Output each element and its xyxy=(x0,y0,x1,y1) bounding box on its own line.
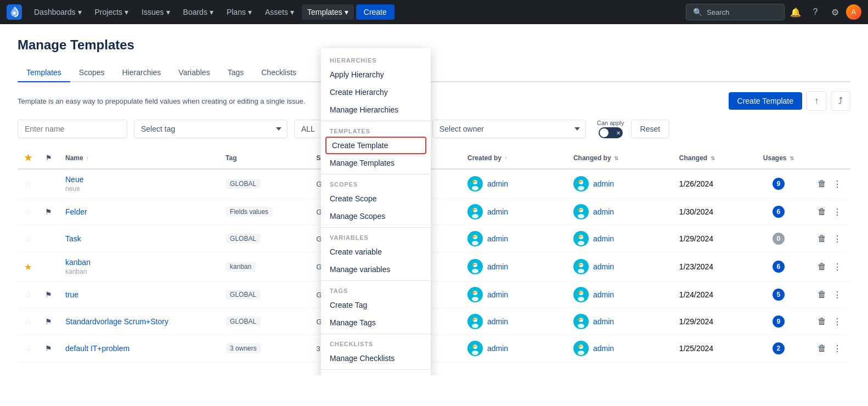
template-name-link[interactable]: kanban xyxy=(65,258,212,267)
tab-checklists[interactable]: Checklists xyxy=(252,64,305,82)
delete-icon[interactable]: 🗑 xyxy=(815,260,828,274)
created-by-name[interactable]: admin xyxy=(487,262,508,271)
delete-icon[interactable]: 🗑 xyxy=(815,205,828,219)
nav-issues[interactable]: Issues ▾ xyxy=(136,4,175,20)
export-icon[interactable]: ⤴ xyxy=(831,91,850,111)
delete-icon[interactable]: 🗑 xyxy=(815,177,828,191)
flag-icon[interactable]: ⚑ xyxy=(45,344,52,353)
star-icon[interactable]: ☆ xyxy=(24,290,32,300)
template-name-link[interactable]: Felder xyxy=(65,207,212,216)
settings-icon[interactable]: ⚙ xyxy=(826,3,844,21)
template-name-link[interactable]: true xyxy=(65,290,212,299)
menu-item-create-variable[interactable]: Create variable xyxy=(321,243,431,261)
nav-create-button[interactable]: Create xyxy=(356,4,394,20)
menu-item-create-hierarchy[interactable]: Create Hierarchy xyxy=(321,83,431,101)
nav-dashboards[interactable]: Dashboards ▾ xyxy=(29,4,87,20)
created-by-name[interactable]: admin xyxy=(487,317,508,326)
search-input[interactable]: 🔍 Search xyxy=(686,4,785,20)
menu-item-manage-tags[interactable]: Manage Tags xyxy=(321,314,431,331)
menu-item-manage-templates[interactable]: Manage Templates xyxy=(321,154,431,172)
upload-icon[interactable]: ↑ xyxy=(807,91,826,111)
changed-by-name[interactable]: admin xyxy=(593,179,614,188)
star-cell[interactable]: ☆ xyxy=(18,281,38,308)
flag-cell[interactable] xyxy=(38,252,59,281)
star-icon[interactable]: ☆ xyxy=(24,317,32,326)
flag-icon[interactable]: ⚑ xyxy=(45,317,52,326)
menu-item-create-tag[interactable]: Create Tag xyxy=(321,296,431,314)
notifications-icon[interactable]: 🔔 xyxy=(787,3,804,21)
template-name-link[interactable]: Task xyxy=(65,234,212,243)
menu-item-manage-hierarchies[interactable]: Manage Hierarchies xyxy=(321,101,431,119)
nav-assets[interactable]: Assets ▾ xyxy=(260,4,300,20)
star-cell[interactable]: ☆ xyxy=(18,169,38,199)
flag-icon[interactable]: ⚑ xyxy=(45,290,52,299)
help-icon[interactable]: ? xyxy=(807,3,824,21)
template-name-link[interactable]: Neue xyxy=(65,175,212,184)
star-cell[interactable]: ☆ xyxy=(18,225,38,252)
more-icon[interactable]: ⋮ xyxy=(831,341,844,356)
owner-filter-select[interactable]: Select owner xyxy=(432,120,586,138)
col-header-changed-by[interactable]: Changed by ⇅ xyxy=(567,147,673,169)
name-filter-input[interactable] xyxy=(18,120,127,138)
nav-boards[interactable]: Boards ▾ xyxy=(178,4,219,20)
template-name-link[interactable]: default IT+problem xyxy=(65,344,212,353)
star-icon[interactable]: ☆ xyxy=(24,344,32,353)
changed-by-name[interactable]: admin xyxy=(593,234,614,243)
menu-item-apply-hierarchy[interactable]: Apply Hierarchy xyxy=(321,66,431,83)
changed-by-name[interactable]: admin xyxy=(593,344,614,353)
delete-icon[interactable]: 🗑 xyxy=(815,287,828,302)
delete-icon[interactable]: 🗑 xyxy=(815,314,828,329)
nav-plans[interactable]: Plans ▾ xyxy=(221,4,257,20)
star-icon[interactable]: ☆ xyxy=(24,179,32,189)
star-cell[interactable]: ☆ xyxy=(18,335,38,362)
more-icon[interactable]: ⋮ xyxy=(831,287,844,302)
col-header-usages[interactable]: Usages ⇅ xyxy=(748,147,809,169)
tab-templates[interactable]: Templates xyxy=(18,64,70,82)
created-by-name[interactable]: admin xyxy=(487,344,508,353)
user-avatar[interactable]: A xyxy=(846,4,861,20)
created-by-name[interactable]: admin xyxy=(487,207,508,216)
flag-cell[interactable]: ⚑ xyxy=(38,281,59,308)
tab-variables[interactable]: Variables xyxy=(170,64,218,82)
create-template-button[interactable]: Create Template xyxy=(729,92,802,110)
tab-scopes[interactable]: Scopes xyxy=(70,64,114,82)
changed-by-name[interactable]: admin xyxy=(593,290,614,299)
menu-item-create-template-highlighted[interactable]: Create Template xyxy=(325,137,426,154)
nav-projects[interactable]: Projects ▾ xyxy=(89,4,134,20)
more-icon[interactable]: ⋮ xyxy=(831,314,844,329)
created-by-name[interactable]: admin xyxy=(487,179,508,188)
star-cell[interactable]: ☆ xyxy=(18,199,38,225)
flag-cell[interactable]: ⚑ xyxy=(38,199,59,225)
delete-icon[interactable]: 🗑 xyxy=(815,232,828,246)
menu-item-manage-scopes[interactable]: Manage Scopes xyxy=(321,207,431,225)
nav-templates[interactable]: Templates ▾ xyxy=(302,4,354,20)
tab-hierarchies[interactable]: Hierarchies xyxy=(114,64,170,82)
changed-by-name[interactable]: admin xyxy=(593,262,614,271)
star-cell[interactable]: ★ xyxy=(18,252,38,281)
menu-item-manage-variables[interactable]: Manage variables xyxy=(321,261,431,278)
template-name-link[interactable]: Standardvorlage Scrum+Story xyxy=(65,317,212,326)
tag-filter-select[interactable]: Select tag xyxy=(134,120,288,138)
star-cell[interactable]: ☆ xyxy=(18,308,38,335)
menu-item-manage-checklists[interactable]: Manage Checklists xyxy=(321,349,431,367)
star-icon[interactable]: ☆ xyxy=(24,207,32,217)
menu-item-create-scope[interactable]: Create Scope xyxy=(321,190,431,207)
flag-cell[interactable] xyxy=(38,225,59,252)
star-icon[interactable]: ★ xyxy=(24,262,32,272)
star-icon[interactable]: ☆ xyxy=(24,234,32,244)
flag-cell[interactable]: ⚑ xyxy=(38,308,59,335)
logo[interactable] xyxy=(7,4,22,20)
col-header-name[interactable]: Name ↑ xyxy=(59,147,219,169)
more-icon[interactable]: ⋮ xyxy=(831,260,844,274)
more-icon[interactable]: ⋮ xyxy=(831,205,844,219)
flag-cell[interactable] xyxy=(38,169,59,199)
col-header-created-by[interactable]: Created by ↑ xyxy=(461,147,567,169)
can-apply-toggle[interactable]: ✕ xyxy=(599,127,623,138)
more-icon[interactable]: ⋮ xyxy=(831,177,844,191)
delete-icon[interactable]: 🗑 xyxy=(815,341,828,356)
tab-tags[interactable]: Tags xyxy=(219,64,253,82)
flag-cell[interactable]: ⚑ xyxy=(38,335,59,362)
more-icon[interactable]: ⋮ xyxy=(831,232,844,246)
col-header-changed[interactable]: Changed ⇅ xyxy=(673,147,748,169)
created-by-name[interactable]: admin xyxy=(487,290,508,299)
